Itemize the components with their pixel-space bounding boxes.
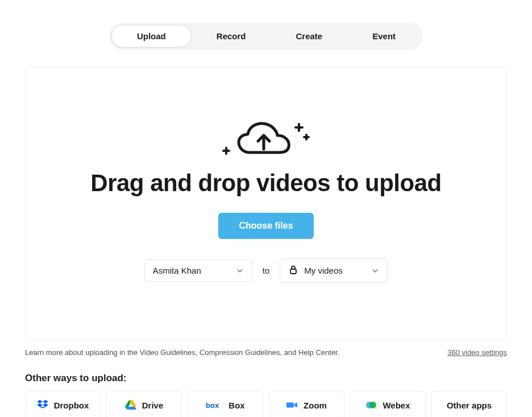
tabs-container: Upload Record Create Event — [0, 0, 532, 49]
svg-rect-0 — [290, 269, 296, 274]
svg-rect-2 — [286, 402, 294, 407]
chevron-down-icon — [371, 267, 379, 275]
drive-icon — [125, 399, 136, 411]
app-label: Other apps — [447, 401, 492, 410]
app-card-other-apps[interactable]: Other apps — [431, 391, 507, 417]
zoom-icon — [286, 399, 298, 411]
privacy-label: My videos — [304, 266, 343, 275]
360-video-settings-link[interactable]: 360 video settings — [447, 348, 507, 357]
upload-heading: Drag and drop videos to upload — [90, 170, 441, 197]
choose-files-button[interactable]: Choose files — [218, 213, 313, 239]
tab-event[interactable]: Event — [347, 25, 421, 47]
learn-more-text: Learn more about uploading in the Video … — [25, 348, 339, 357]
tab-upload[interactable]: Upload — [111, 25, 192, 47]
tab-record[interactable]: Record — [192, 25, 271, 47]
uploader-select[interactable]: Asmita Khan — [144, 259, 252, 282]
cloud-upload-icon — [221, 118, 311, 158]
tabs-bar: Upload Record Create Event — [109, 23, 423, 49]
app-label: Drive — [142, 401, 164, 410]
app-card-zoom[interactable]: Zoom — [269, 391, 344, 417]
upload-panel[interactable]: Drag and drop videos to upload Choose fi… — [25, 67, 507, 340]
app-label: Zoom — [304, 401, 327, 410]
box-icon: box — [206, 399, 223, 411]
webex-icon — [365, 399, 377, 411]
app-label: Webex — [383, 401, 410, 410]
dropbox-icon — [37, 399, 48, 411]
app-label: Box — [228, 401, 244, 410]
upload-destination-row: Asmita Khan to My videos — [144, 258, 388, 283]
app-card-dropbox[interactable]: Dropbox — [25, 391, 101, 417]
svg-point-4 — [369, 402, 376, 408]
chevron-down-icon — [236, 267, 244, 275]
app-label: Dropbox — [54, 401, 89, 410]
app-card-webex[interactable]: Webex — [350, 391, 426, 417]
lock-icon — [288, 265, 298, 276]
to-label: to — [263, 266, 270, 275]
privacy-select[interactable]: My videos — [280, 258, 388, 283]
uploader-name: Asmita Khan — [153, 266, 201, 275]
svg-text:box: box — [206, 401, 219, 410]
app-card-box[interactable]: box Box — [188, 391, 263, 417]
other-apps-row: Dropbox Drive box Box Zoom — [25, 391, 507, 417]
tab-create[interactable]: Create — [271, 25, 347, 47]
footer-row: Learn more about uploading in the Video … — [25, 348, 507, 357]
other-ways-heading: Other ways to upload: — [25, 373, 507, 384]
app-card-drive[interactable]: Drive — [106, 391, 182, 417]
